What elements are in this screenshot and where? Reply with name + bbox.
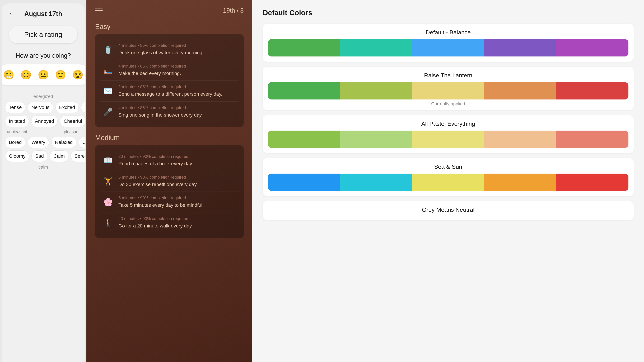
color-card-3[interactable]: Sea & Sun [263,158,634,196]
habit-card-easy: 🥤 4 minutes • 85% completion required Dr… [95,34,244,127]
habit-meta-4: 20 minutes • 90% completion required [118,154,237,159]
habit-desc-5: Do 30 exercise repetitions every day. [118,181,237,188]
axis-right-label: pleasant [64,129,80,134]
axis-mid-labels: unpleasant pleasant [5,129,81,134]
emoji-sad[interactable]: 🙁 [54,68,68,82]
axis-left-label: unpleasant [7,129,27,134]
emoji-terrible[interactable]: 😵 [71,68,85,82]
habit-meta-3: 4 minutes • 85% completion required [118,105,237,110]
mood-grid-container: energized Tense Nervous Excited Lively I… [5,94,81,170]
color-bar-1 [268,82,628,99]
habit-desc-7: Go for a 20 minute walk every day. [118,222,237,229]
mood-tag-carefree[interactable]: Carefree [79,137,85,148]
habit-icon-exercise: 🏋️ [102,175,114,187]
mood-tag-bored[interactable]: Bored [5,137,26,148]
color-card-2[interactable]: All Pastel Everything [263,115,634,153]
habit-info-sing: 4 minutes • 85% completion required Sing… [118,105,237,118]
habit-item-3: 🎤 4 minutes • 85% completion required Si… [100,101,238,122]
mood-tag-tense[interactable]: Tense [5,102,26,113]
colors-title: Default Colors [263,9,634,17]
habit-meta-5: 6 minutes • 90% completion required [118,175,237,180]
mood-tag-gloomy[interactable]: Gloomy [5,150,29,162]
emoji-good[interactable]: 😊 [19,68,33,82]
section-easy-title: Easy [95,23,244,30]
habit-item-7: 🚶 20 minutes • 90% completion required G… [100,212,238,233]
mood-tag-lively[interactable]: Lively [81,102,85,113]
habits-header: 19th / 8 [95,7,244,14]
habit-item-6: 🌸 5 minutes • 90% completion required Ta… [100,192,238,212]
color-bar-2 [268,131,628,148]
color-bar-3 [268,174,628,191]
color-card-sub-1: Currently applied [268,101,628,107]
habit-info-walk: 20 minutes • 90% completion required Go … [118,216,237,229]
habit-icon-book: 📖 [102,154,114,166]
back-button[interactable]: ‹ [5,9,16,19]
habit-info-book: 20 minutes • 90% completion required Rea… [118,154,237,167]
color-bar-0 [268,39,628,56]
color-card-title-2: All Pastel Everything [268,120,628,127]
axis-bottom-label: calm [38,164,48,170]
habit-desc-3: Sing one song in the shower every day. [118,112,237,118]
mood-tag-nervous[interactable]: Nervous [28,102,53,113]
habit-desc-0: Drink one glass of water every morning. [118,49,237,56]
habit-desc-1: Make the bed every morning. [118,70,237,77]
habit-info-message: 2 minutes • 85% completion required Send… [118,84,237,97]
panel-colors: Default Colors Default - Balance Raise T… [252,0,644,362]
mood-header: ‹ August 17th [5,9,81,19]
mood-date-title: August 17th [16,10,71,18]
color-card-1[interactable]: Raise The Lantern Currently applied [263,67,634,110]
emoji-neutral[interactable]: 😐 [36,68,50,82]
habit-icon-message: ✉️ [102,85,114,97]
color-card-4[interactable]: Grey Means Neutral [263,201,634,220]
habit-icon-sing: 🎤 [102,106,114,118]
habit-desc-2: Send a message to a different person eve… [118,91,237,97]
how-label: How are you doing? [16,52,71,59]
panel-habits: 19th / 8 Easy 🥤 4 minutes • 85% completi… [86,0,252,362]
habit-item-2: ✉️ 2 minutes • 85% completion required S… [100,81,238,101]
habit-desc-6: Take 5 minutes every day to be mindful. [118,202,237,208]
habit-meta-6: 5 minutes • 90% completion required [118,196,237,200]
habit-icon-walk: 🚶 [102,217,114,229]
emoji-great[interactable]: 😁 [2,68,16,82]
habit-item-0: 🥤 4 minutes • 85% completion required Dr… [100,39,238,60]
color-card-title-0: Default - Balance [268,29,628,36]
habits-date: 19th / 8 [223,7,244,14]
mood-tag-calm[interactable]: Calm [50,150,68,162]
habit-icon-mindful: 🌸 [102,196,114,208]
habit-meta-2: 2 minutes • 85% completion required [118,84,237,89]
habit-icon-water: 🥤 [102,43,114,56]
mood-tag-relaxed[interactable]: Relaxed [51,137,76,148]
mood-tag-annoyed[interactable]: Annoyed [31,115,58,127]
habit-icon-bed: 🛏️ [102,64,114,76]
color-card-0[interactable]: Default - Balance [263,24,634,62]
pick-rating-button[interactable]: Pick a rating [9,26,78,43]
habit-info-bed: 4 minutes • 85% completion required Make… [118,64,237,77]
habit-item-4: 📖 20 minutes • 90% completion required R… [100,150,238,171]
mood-tag-excited[interactable]: Excited [56,102,79,113]
panel-mood: ‹ August 17th Pick a rating How are you … [2,3,85,362]
habit-card-medium: 📖 20 minutes • 90% completion required R… [95,145,244,238]
axis-top-label: energized [33,94,53,99]
habit-info-water: 4 minutes • 85% completion required Drin… [118,43,237,56]
mood-tag-cheerful[interactable]: Cheerful [60,115,85,127]
mood-tag-weary[interactable]: Weary [28,137,49,148]
habit-meta-0: 4 minutes • 85% completion required [118,43,237,48]
habit-item-5: 🏋️ 6 minutes • 90% completion required D… [100,171,238,192]
mood-tag-sad[interactable]: Sad [32,150,47,162]
color-card-title-4: Grey Means Neutral [268,206,628,213]
color-card-title-3: Sea & Sun [268,163,628,170]
section-medium-title: Medium [95,134,244,142]
hamburger-menu[interactable] [95,8,103,13]
emoji-row: 😁 😊 😐 🙁 😵 [2,64,85,85]
mood-tag-serene[interactable]: Serene [71,150,85,162]
habit-desc-4: Read 5 pages of a book every day. [118,160,237,167]
habit-item-1: 🛏️ 4 minutes • 85% completion required M… [100,60,238,81]
habit-info-mindful: 5 minutes • 90% completion required Take… [118,196,237,208]
mood-tag-irritated[interactable]: Irritated [5,115,29,127]
habit-meta-1: 4 minutes • 85% completion required [118,64,237,68]
color-card-title-1: Raise The Lantern [268,72,628,79]
habit-meta-7: 20 minutes • 90% completion required [118,216,237,221]
habit-info-exercise: 6 minutes • 90% completion required Do 3… [118,175,237,188]
